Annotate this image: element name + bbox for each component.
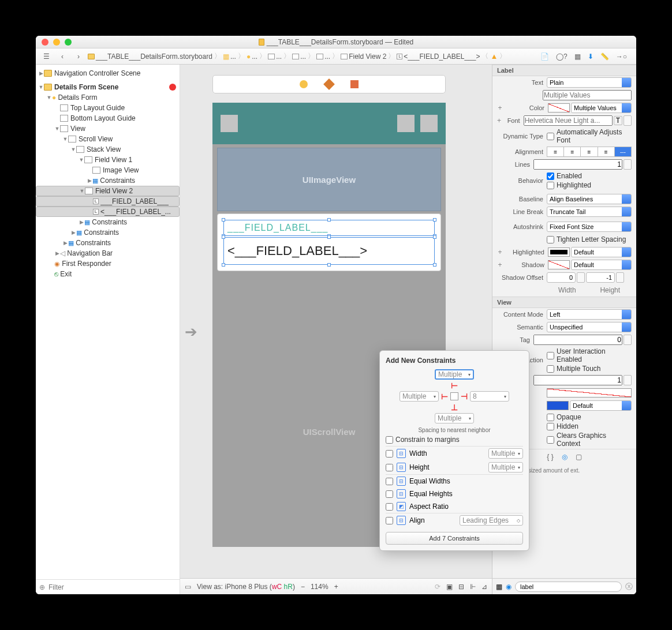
- related-items-button[interactable]: ☰: [39, 51, 53, 62]
- scene-responder-icon[interactable]: [323, 78, 335, 90]
- highlighted-select[interactable]: Default: [571, 247, 632, 257]
- library-search-input[interactable]: [515, 582, 622, 592]
- media-library-icon[interactable]: ▢: [576, 453, 582, 461]
- uie-checkbox[interactable]: User Interaction Enabled: [547, 347, 632, 363]
- pin-icon[interactable]: ⊩: [470, 583, 476, 591]
- highlighted-checkbox[interactable]: Highlighted: [547, 181, 591, 189]
- autoshrink-select[interactable]: Fixed Font Size: [547, 222, 632, 232]
- width-checkbox[interactable]: [386, 450, 393, 457]
- add-constraints-button[interactable]: Add 7 Constraints: [386, 532, 523, 545]
- stack-view-item[interactable]: ▼Stack View: [36, 144, 180, 155]
- shadow-swatch[interactable]: [548, 260, 570, 269]
- bottom-spacing-field[interactable]: Multiple▾: [435, 413, 474, 423]
- baseline-select[interactable]: Align Baselines: [547, 194, 632, 204]
- shadow-select[interactable]: Default: [571, 260, 632, 270]
- tag-field[interactable]: [533, 335, 622, 345]
- alignment-segmented[interactable]: ≡≡≡≡---: [547, 147, 632, 157]
- filter-input[interactable]: [48, 583, 176, 591]
- shadow-width-field[interactable]: [547, 272, 576, 283]
- object-library-icon[interactable]: ◎: [562, 453, 568, 461]
- enabled-checkbox[interactable]: Enabled: [547, 172, 582, 180]
- hidden-checkbox[interactable]: Hidden: [547, 422, 578, 430]
- list-view-icon[interactable]: ◉: [506, 583, 512, 591]
- bottom-strut-icon[interactable]: ⊥: [451, 403, 458, 412]
- update-frames-icon[interactable]: ⟳: [435, 583, 440, 591]
- field-view-1[interactable]: ▼Field View 1: [36, 155, 180, 165]
- details-form-item[interactable]: ▼● Details Form: [36, 92, 180, 103]
- scene-exit-icon[interactable]: [350, 80, 359, 88]
- aspect-ratio-checkbox[interactable]: [386, 503, 393, 511]
- text-value-field[interactable]: [543, 90, 632, 100]
- back-button[interactable]: ‹: [55, 51, 69, 62]
- align-checkbox[interactable]: [386, 517, 393, 524]
- label-item-1[interactable]: L ___FIELD_LABEL___: [36, 196, 180, 207]
- first-responder-item[interactable]: ◉ First Responder: [36, 258, 180, 269]
- text-style-select[interactable]: Plain: [547, 77, 632, 88]
- dyntype-checkbox[interactable]: Automatically Adjusts Font: [547, 128, 632, 144]
- scene-nav[interactable]: ▶Navigation Controller Scene: [36, 68, 180, 78]
- constraints-1[interactable]: ▶▦ Constraints: [36, 175, 180, 186]
- view-item[interactable]: ▼View: [36, 123, 180, 134]
- uiimageview-placeholder[interactable]: UIImageView: [217, 148, 441, 211]
- color-swatch[interactable]: [548, 103, 570, 112]
- clear-search-icon[interactable]: ⓧ: [625, 582, 633, 592]
- align-icon[interactable]: ⊟: [458, 583, 464, 591]
- left-strut-icon[interactable]: ⊢: [441, 392, 448, 401]
- constraints-3[interactable]: ▶▦ Constraints: [36, 227, 180, 238]
- zoom-out-button[interactable]: −: [301, 583, 305, 591]
- cgc-checkbox[interactable]: Clears Graphics Context: [547, 432, 632, 448]
- scene-vc-icon[interactable]: [300, 80, 308, 88]
- bg-swatch[interactable]: [547, 388, 632, 397]
- right-spacing-field[interactable]: 8▾: [470, 391, 509, 402]
- constrain-margins-checkbox[interactable]: Constrain to margins: [386, 436, 523, 444]
- embed-icon[interactable]: ▣: [446, 583, 453, 591]
- equal-heights-checkbox[interactable]: [386, 490, 393, 498]
- font-picker-icon[interactable]: T: [614, 116, 622, 125]
- scene-details[interactable]: ▼Details Form Scene: [36, 82, 180, 92]
- highlighted-swatch[interactable]: [548, 247, 570, 257]
- forward-button[interactable]: ›: [72, 51, 85, 62]
- constraints-4[interactable]: ▶▦ Constraints: [36, 238, 180, 248]
- image-view-item[interactable]: Image View: [36, 165, 180, 175]
- opaque-checkbox[interactable]: Opaque: [547, 413, 581, 421]
- tint-select[interactable]: Default: [570, 400, 632, 411]
- zoom-in-button[interactable]: +: [334, 583, 338, 591]
- width-value[interactable]: Multiple▾: [488, 448, 523, 459]
- outline-toggle-icon[interactable]: ▭: [185, 583, 191, 591]
- help-inspector-icon[interactable]: ◯?: [556, 52, 568, 61]
- field-view-2[interactable]: ▼Field View 2: [36, 186, 180, 196]
- color-select[interactable]: Multiple Values: [571, 103, 632, 113]
- lines-stepper[interactable]: [624, 159, 632, 170]
- align-value[interactable]: Leading Edges◇: [460, 515, 523, 526]
- grid-view-icon[interactable]: ▦: [496, 583, 502, 591]
- constraints-2[interactable]: ▶▦ Constraints: [36, 217, 180, 227]
- label-item-2[interactable]: L <___FIELD_LABEL_...: [36, 207, 180, 217]
- height-value[interactable]: Multiple▾: [488, 462, 523, 472]
- top-layout-guide[interactable]: Top Layout Guide: [36, 103, 180, 113]
- shadow-height-field[interactable]: [586, 272, 615, 283]
- bottom-layout-guide[interactable]: Bottom Layout Guide: [36, 113, 180, 123]
- connections-inspector-icon[interactable]: →○: [616, 52, 627, 61]
- top-strut-icon[interactable]: ⊢: [451, 381, 458, 390]
- warning-icon[interactable]: ▲: [490, 52, 498, 61]
- scroll-view-item[interactable]: ▼Scroll View: [36, 134, 180, 144]
- nav-bar-preview[interactable]: [212, 103, 446, 144]
- field-card[interactable]: ___FIELD_LABEL___ <___FIELD_LABEL___>: [217, 213, 441, 271]
- font-field[interactable]: [524, 115, 613, 126]
- zoom-level[interactable]: 114%: [311, 583, 328, 591]
- exit-item[interactable]: ⎋ Exit: [36, 269, 180, 279]
- attributes-inspector-icon[interactable]: ⬇: [588, 52, 593, 61]
- linebreak-select[interactable]: Truncate Tail: [547, 207, 632, 217]
- multitouch-checkbox[interactable]: Multiple Touch: [547, 365, 601, 373]
- semantic-select[interactable]: Unspecified: [547, 322, 632, 332]
- resolve-icon[interactable]: ⊿: [481, 583, 487, 591]
- equal-widths-checkbox[interactable]: [386, 478, 393, 485]
- nav-bar-item[interactable]: ▶◁ Navigation Bar: [36, 248, 180, 258]
- right-strut-icon[interactable]: ⊣: [461, 392, 468, 401]
- file-inspector-icon[interactable]: 📄: [540, 52, 549, 61]
- code-snippet-icon[interactable]: { }: [547, 453, 553, 461]
- selected-label-1[interactable]: ___FIELD_LABEL___: [223, 220, 435, 236]
- contentmode-select[interactable]: Left: [547, 309, 632, 320]
- tint-swatch[interactable]: [547, 401, 569, 410]
- alpha-field[interactable]: [533, 375, 622, 385]
